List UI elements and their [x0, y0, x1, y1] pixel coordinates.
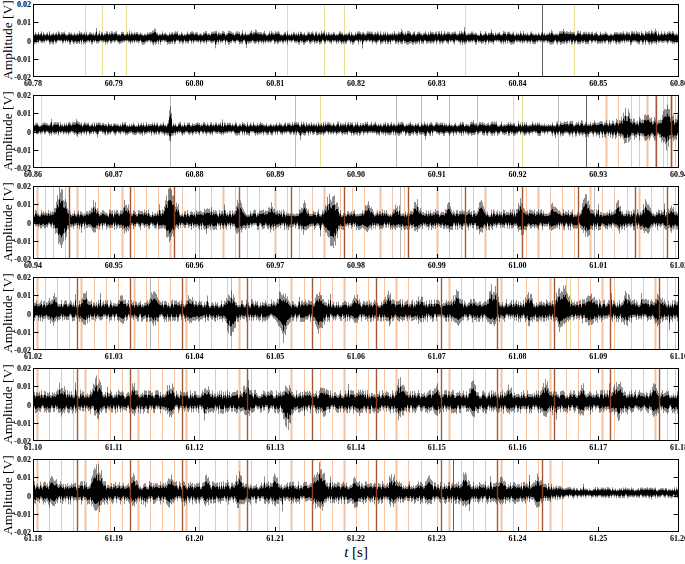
y-tick-label: 0.01 — [9, 291, 31, 300]
y-tick-label: -0.01 — [9, 55, 31, 64]
x-axis-label: t [s] — [33, 544, 679, 561]
x-tick-label: 60.96 — [180, 261, 210, 270]
x-tick-label: 60.99 — [422, 261, 452, 270]
y-tick-label: 0.01 — [9, 18, 31, 27]
x-tick-label: 60.94 — [664, 170, 685, 179]
waveform-canvas-panel-5 — [33, 368, 679, 441]
x-tick-label: 60.85 — [583, 79, 613, 88]
x-tick-label: 60.83 — [422, 79, 452, 88]
y-tick-label: 0.01 — [9, 473, 31, 482]
y-tick-label: -0.01 — [9, 419, 31, 428]
x-tick-label: 61.22 — [341, 534, 371, 543]
x-tick-label: 60.86 — [18, 170, 48, 179]
x-tick-label: 60.84 — [503, 79, 533, 88]
x-tick-label: 60.79 — [99, 79, 129, 88]
y-tick-label: 0.02 — [9, 182, 31, 191]
x-tick-label: 60.87 — [99, 170, 129, 179]
x-tick-label: 60.88 — [180, 170, 210, 179]
x-tick-label: 60.92 — [503, 170, 533, 179]
x-tick-label: 60.97 — [260, 261, 290, 270]
x-tick-label: 60.93 — [583, 170, 613, 179]
x-axis-label-unit: [s] — [352, 544, 368, 560]
x-tick-label: 61.03 — [99, 352, 129, 361]
y-tick-label: -0.01 — [9, 146, 31, 155]
x-tick-label: 61.02 — [18, 352, 48, 361]
x-tick-label: 60.90 — [341, 170, 371, 179]
x-tick-label: 61.16 — [503, 443, 533, 452]
waveform-figure: t [s] Amplitude [V]0.020.010-0.01-0.0260… — [0, 0, 685, 564]
x-tick-label: 60.94 — [18, 261, 48, 270]
x-tick-label: 61.13 — [260, 443, 290, 452]
y-tick-label: -0.01 — [9, 328, 31, 337]
y-tick-label: 0 — [9, 128, 31, 137]
y-tick-label: 0.02 — [9, 455, 31, 464]
x-tick-label: 60.86 — [664, 79, 685, 88]
x-tick-label: 61.05 — [260, 352, 290, 361]
x-tick-label: 61.01 — [583, 261, 613, 270]
x-tick-label: 61.04 — [180, 352, 210, 361]
y-tick-label: 0 — [9, 37, 31, 46]
y-tick-label: 0.02 — [9, 0, 31, 9]
y-tick-label: 0 — [9, 401, 31, 410]
x-tick-label: 60.95 — [99, 261, 129, 270]
x-tick-label: 61.25 — [583, 534, 613, 543]
x-tick-label: 61.08 — [503, 352, 533, 361]
x-tick-label: 60.81 — [260, 79, 290, 88]
x-tick-label: 61.00 — [503, 261, 533, 270]
x-tick-label: 61.02 — [664, 261, 685, 270]
waveform-canvas-panel-4 — [33, 277, 679, 350]
x-tick-label: 61.10 — [664, 352, 685, 361]
x-tick-label: 61.12 — [180, 443, 210, 452]
x-axis-label-variable: t — [344, 544, 348, 560]
y-tick-label: 0 — [9, 492, 31, 501]
x-tick-label: 61.07 — [422, 352, 452, 361]
waveform-canvas-panel-3 — [33, 186, 679, 259]
waveform-canvas-panel-6 — [33, 459, 679, 532]
y-tick-label: 0 — [9, 310, 31, 319]
x-tick-label: 61.18 — [18, 534, 48, 543]
x-tick-label: 61.06 — [341, 352, 371, 361]
waveform-canvas-panel-1 — [33, 4, 679, 77]
y-tick-label: 0.01 — [9, 109, 31, 118]
x-tick-label: 61.17 — [583, 443, 613, 452]
y-tick-label: -0.01 — [9, 237, 31, 246]
x-tick-label: 60.82 — [341, 79, 371, 88]
x-tick-label: 60.89 — [260, 170, 290, 179]
x-tick-label: 61.19 — [99, 534, 129, 543]
waveform-canvas-panel-2 — [33, 95, 679, 168]
x-tick-label: 61.09 — [583, 352, 613, 361]
x-tick-label: 61.14 — [341, 443, 371, 452]
y-tick-label: 0.01 — [9, 200, 31, 209]
x-tick-label: 61.23 — [422, 534, 452, 543]
y-tick-label: -0.01 — [9, 510, 31, 519]
x-tick-label: 61.11 — [99, 443, 129, 452]
x-tick-label: 60.80 — [180, 79, 210, 88]
y-tick-label: 0.02 — [9, 91, 31, 100]
x-tick-label: 60.98 — [341, 261, 371, 270]
y-tick-label: 0.01 — [9, 382, 31, 391]
x-tick-label: 60.78 — [18, 79, 48, 88]
y-tick-label: 0.02 — [9, 273, 31, 282]
x-tick-label: 61.10 — [18, 443, 48, 452]
x-tick-label: 61.20 — [180, 534, 210, 543]
y-tick-label: 0.02 — [9, 364, 31, 373]
x-tick-label: 61.24 — [503, 534, 533, 543]
x-tick-label: 61.15 — [422, 443, 452, 452]
x-tick-label: 61.18 — [664, 443, 685, 452]
x-tick-label: 60.91 — [422, 170, 452, 179]
x-tick-label: 61.26 — [664, 534, 685, 543]
x-tick-label: 61.21 — [260, 534, 290, 543]
y-tick-label: 0 — [9, 219, 31, 228]
